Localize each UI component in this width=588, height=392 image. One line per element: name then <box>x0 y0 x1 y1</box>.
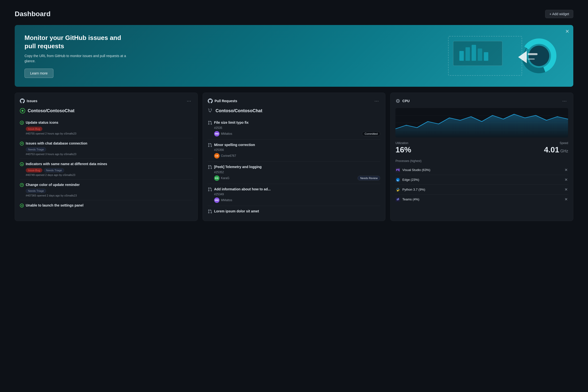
svg-rect-16 <box>397 100 398 102</box>
pr-title: [Peek] Telemetry and logging <box>214 165 262 170</box>
issues-widget-header-left: Issues <box>20 98 38 104</box>
pr-widget-header-left: Pull Requests <box>208 98 238 104</box>
pr-title-row: [Peek] Telemetry and logging <box>208 165 380 170</box>
process-left: Edge (23%) <box>396 178 419 182</box>
pr-github-icon <box>208 98 213 104</box>
processes-label: Processes (highest) <box>396 159 568 163</box>
svg-rect-4 <box>466 47 470 61</box>
pr-title-row: Minor spelling correction <box>208 142 380 148</box>
pr-repo-icon <box>208 108 213 114</box>
issue-meta: #40749 opened 2 days ago by oSmalls23 <box>26 174 192 176</box>
issue-title: Issues with chat database connection <box>26 141 87 146</box>
pr-repo-name: Contoso/ContosoChat <box>216 108 262 114</box>
add-widget-button[interactable]: + Add widget <box>545 10 573 18</box>
svg-rect-34 <box>397 199 398 200</box>
promo-close-button[interactable]: ✕ <box>565 29 570 34</box>
process-name: Teams (4%) <box>402 198 419 201</box>
pr-title-row: Add information about how to ad... <box>208 187 380 192</box>
pr-icon <box>208 120 212 125</box>
pr-item: File size limit typo fix #2535 MM MMatto… <box>208 117 380 140</box>
pr-number: #25349 <box>214 192 380 196</box>
issue-tag-bug: Issue-Bug <box>26 168 42 172</box>
pr-number: #25356 <box>214 148 380 152</box>
process-left: Python 3.7 (9%) <box>396 187 425 192</box>
issue-title-row: Issues with chat database connection <box>20 141 192 146</box>
process-remove-button[interactable]: ✕ <box>564 196 568 202</box>
issue-tag-triage: Needs Triage <box>26 147 46 152</box>
author-name: KaraG <box>221 176 230 180</box>
pr-item: Minor spelling correction #25356 C6 Cori… <box>208 140 380 162</box>
pr-author: C6 Corine6767 <box>214 153 236 158</box>
pr-title: Lorem ipsum dolor sit amet <box>214 209 259 214</box>
cpu-stats: Utilization 16% Speed 4.01 GHz <box>396 141 568 154</box>
issue-item: Change color of update reminder Needs Tr… <box>20 180 192 200</box>
pr-icon <box>208 187 212 192</box>
svg-point-35 <box>398 198 399 199</box>
avatar: KG <box>214 176 220 181</box>
pr-status-badge: Committed <box>362 131 380 136</box>
cpu-widget-header-left: CPU <box>396 98 410 104</box>
pr-icon <box>208 165 212 169</box>
process-item: Visual Studio (63%) ✕ <box>396 165 568 175</box>
pr-list: File size limit typo fix #2535 MM MMatto… <box>208 117 380 216</box>
issue-item: Unable to launch the settings panel <box>20 200 192 210</box>
page-header: Dashboard + Add widget <box>15 10 573 18</box>
visual-studio-icon <box>396 168 400 172</box>
promo-illustration <box>446 34 564 78</box>
pr-footer: MM MMattos Committed <box>214 131 380 136</box>
avatar: C6 <box>214 153 220 158</box>
svg-rect-3 <box>460 51 464 61</box>
issue-item: Indicators with same name at different d… <box>20 159 192 180</box>
speed-value: 4.01 GHz <box>544 145 568 154</box>
issues-menu-button[interactable]: ⋯ <box>185 98 192 104</box>
pr-number: #2535 <box>214 126 380 130</box>
speed-stat: Speed 4.01 GHz <box>544 141 568 154</box>
issues-widget-header: Issues ⋯ <box>20 98 192 104</box>
process-name: Edge (23%) <box>402 178 419 182</box>
author-name: Corine6767 <box>221 154 236 158</box>
issue-open-icon <box>20 121 24 125</box>
issues-list: Update status icons Issue-Bug #40755 ope… <box>20 117 192 210</box>
process-item: Python 3.7 (9%) ✕ <box>396 185 568 194</box>
pr-icon <box>208 209 212 214</box>
issue-tag-bug: Issue-Bug <box>26 127 42 131</box>
pr-footer: MM MMattos <box>214 198 380 203</box>
process-remove-button[interactable]: ✕ <box>564 187 568 192</box>
process-item: Teams (4%) ✕ <box>396 194 568 204</box>
process-name: Visual Studio (63%) <box>402 168 430 172</box>
process-remove-button[interactable]: ✕ <box>564 167 568 173</box>
issue-tags: Needs Triage <box>26 189 192 193</box>
cpu-menu-button[interactable]: ⋯ <box>561 98 568 104</box>
svg-marker-12 <box>518 51 527 63</box>
pr-menu-button[interactable]: ⋯ <box>373 98 380 104</box>
issue-meta: #40755 opened 2 hours ago by oSmalls23 <box>26 132 192 135</box>
issue-tags: Issue-Bug <box>26 127 192 131</box>
process-item: Edge (23%) ✕ <box>396 175 568 185</box>
pr-title: File size limit typo fix <box>214 120 249 125</box>
cpu-widget-title: CPU <box>402 99 410 103</box>
pr-author: MM MMattos <box>214 131 232 136</box>
pr-title-row: File size limit typo fix <box>208 120 380 125</box>
learn-more-button[interactable]: Learn more <box>24 68 54 78</box>
issue-meta: #40753 opened 3 hours ago by oSmalls23 <box>26 153 192 156</box>
issue-open-icon <box>20 142 24 146</box>
svg-point-11 <box>529 46 549 66</box>
promo-svg <box>446 34 564 78</box>
repo-status-icon <box>20 108 25 114</box>
issue-title-row: Indicators with same name at different d… <box>20 162 192 166</box>
promo-banner: Monitor your GitHub issues and pull requ… <box>15 25 573 87</box>
issue-open-icon <box>20 162 24 166</box>
pr-title: Minor spelling correction <box>214 142 255 148</box>
python-icon <box>396 187 400 192</box>
widgets-grid: Issues ⋯ Contoso/ContosoChat Update stat… <box>15 92 573 221</box>
pr-widget-title: Pull Requests <box>214 99 238 103</box>
cpu-chart <box>396 108 568 138</box>
issues-widget-title: Issues <box>27 99 38 103</box>
issue-title-row: Unable to launch the settings panel <box>20 203 192 208</box>
issues-repo-heading: Contoso/ContosoChat <box>20 108 192 114</box>
issue-title: Update status icons <box>26 120 58 125</box>
issue-tag-triage: Needs Triage <box>26 189 46 193</box>
utilization-value: 16% <box>396 145 411 154</box>
process-remove-button[interactable]: ✕ <box>564 177 568 182</box>
page-title: Dashboard <box>15 10 50 18</box>
